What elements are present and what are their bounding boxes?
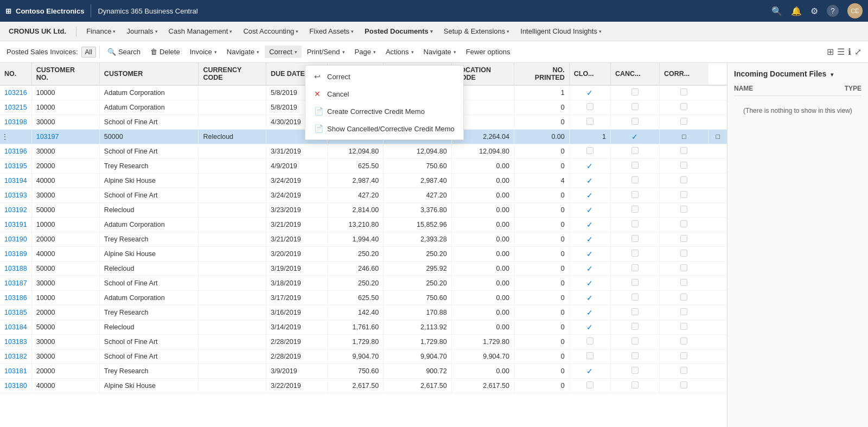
doc-icon: 📄 (314, 107, 323, 116)
correct-dropdown-menu: ↩ Correct ✕ Cancel 📄 Create Corrective C… (305, 65, 464, 140)
correct-icon: ↩ (314, 72, 323, 81)
doc-icon-2: 📄 (314, 124, 323, 133)
show-cancelled-option[interactable]: 📄 Show Cancelled/Corrective Credit Memo (305, 120, 463, 137)
dropdown-overlay[interactable] (0, 0, 868, 427)
cancel-icon: ✕ (314, 90, 323, 98)
create-credit-memo-option[interactable]: 📄 Create Corrective Credit Memo (305, 103, 463, 120)
cancel-option[interactable]: ✕ Cancel (305, 85, 463, 103)
correct-option[interactable]: ↩ Correct (305, 68, 463, 85)
